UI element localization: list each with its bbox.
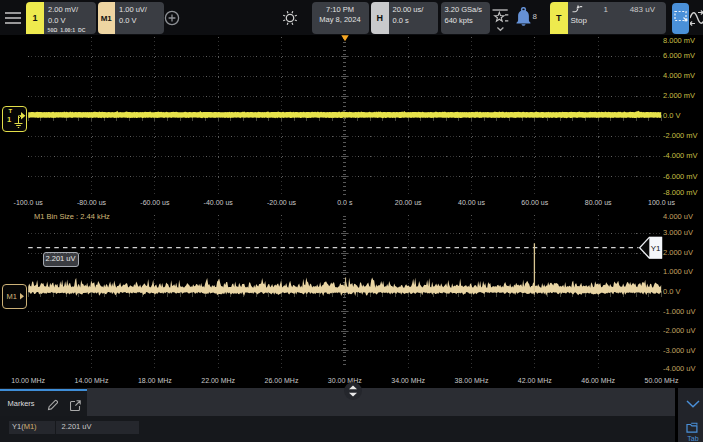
svg-text:Y1: Y1: [651, 244, 661, 253]
